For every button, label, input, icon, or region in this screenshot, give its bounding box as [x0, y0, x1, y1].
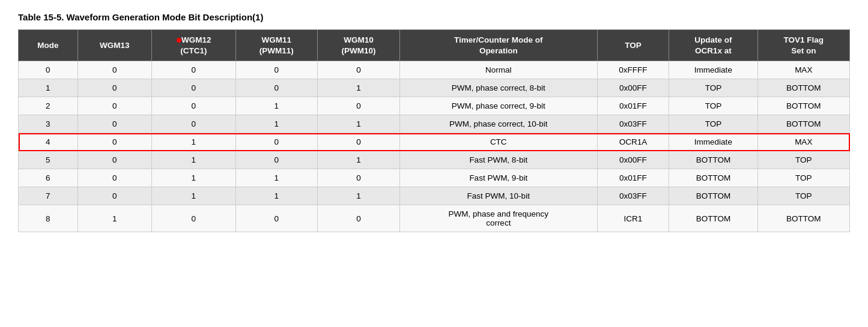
cell-wgm13: 0: [77, 133, 152, 151]
cell-tov: TOP: [757, 187, 849, 205]
cell-top: OCR1A: [597, 133, 669, 151]
cell-wgm10: 1: [318, 187, 400, 205]
cell-wgm10: 0: [318, 133, 400, 151]
table-row: 20010PWM, phase correct, 9-bit0x01FFTOPB…: [19, 97, 850, 115]
cell-tov: TOP: [757, 151, 849, 169]
cell-mode: 6: [19, 169, 78, 187]
cell-wgm10: 1: [318, 151, 400, 169]
cell-wgm10: 0: [318, 205, 400, 232]
cell-wgm12: 0: [152, 61, 235, 79]
page-title: Table 15-5. Waveform Generation Mode Bit…: [18, 12, 850, 22]
col-tov: TOV1 FlagSet on: [757, 30, 849, 61]
cursor-dot: [177, 38, 181, 43]
cell-mode: 7: [19, 187, 78, 205]
cell-top: ICR1: [597, 205, 669, 232]
cell-wgm13: 0: [77, 115, 152, 133]
cell-top: 0x00FF: [597, 79, 669, 97]
cell-wgm12: 0: [152, 97, 235, 115]
cell-operation: CTC: [399, 133, 597, 151]
cell-update: TOP: [669, 115, 757, 133]
cell-update: Immediate: [669, 61, 757, 79]
cell-operation: PWM, phase and frequencycorrect: [399, 205, 597, 232]
cell-top: 0x03FF: [597, 115, 669, 133]
cell-operation: PWM, phase correct, 9-bit: [399, 97, 597, 115]
cell-top: 0xFFFF: [597, 61, 669, 79]
cell-wgm12: 0: [152, 79, 235, 97]
cell-operation: Fast PWM, 8-bit: [399, 151, 597, 169]
cell-update: BOTTOM: [669, 151, 757, 169]
cell-update: TOP: [669, 79, 757, 97]
cell-wgm11: 0: [235, 61, 318, 79]
cell-operation: PWM, phase correct, 8-bit: [399, 79, 597, 97]
table-row: 70111Fast PWM, 10-bit0x03FFBOTTOMTOP: [19, 187, 850, 205]
waveform-table: Mode WGM13 WGM12(CTC1) WGM11(PWM11) WGM1…: [18, 29, 850, 232]
cell-mode: 3: [19, 115, 78, 133]
cell-wgm12: 0: [152, 205, 235, 232]
cell-update: TOP: [669, 97, 757, 115]
cell-top: 0x03FF: [597, 187, 669, 205]
cell-wgm11: 0: [235, 151, 318, 169]
cell-mode: 5: [19, 151, 78, 169]
cell-wgm11: 1: [235, 97, 318, 115]
cell-operation: Fast PWM, 10-bit: [399, 187, 597, 205]
cell-operation: PWM, phase correct, 10-bit: [399, 115, 597, 133]
col-operation: Timer/Counter Mode ofOperation: [399, 30, 597, 61]
cell-update: Immediate: [669, 133, 757, 151]
cell-wgm10: 0: [318, 61, 400, 79]
cell-wgm11: 1: [235, 115, 318, 133]
cell-wgm13: 1: [77, 205, 152, 232]
cell-tov: BOTTOM: [757, 97, 849, 115]
table-row: 50101Fast PWM, 8-bit0x00FFBOTTOMTOP: [19, 151, 850, 169]
cell-operation: Normal: [399, 61, 597, 79]
cell-wgm12: 0: [152, 115, 235, 133]
cell-update: BOTTOM: [669, 187, 757, 205]
cell-wgm13: 0: [77, 187, 152, 205]
table-row: 40100CTCOCR1AImmediateMAX: [19, 133, 850, 151]
cell-wgm10: 1: [318, 79, 400, 97]
col-wgm11: WGM11(PWM11): [235, 30, 318, 61]
col-wgm12: WGM12(CTC1): [152, 30, 235, 61]
cell-wgm11: 1: [235, 187, 318, 205]
cell-tov: BOTTOM: [757, 115, 849, 133]
cell-wgm10: 1: [318, 115, 400, 133]
cell-wgm13: 0: [77, 151, 152, 169]
cell-wgm13: 0: [77, 97, 152, 115]
table-row: 60110Fast PWM, 9-bit0x01FFBOTTOMTOP: [19, 169, 850, 187]
cell-wgm11: 1: [235, 169, 318, 187]
cell-wgm11: 0: [235, 133, 318, 151]
cell-wgm12: 1: [152, 133, 235, 151]
cell-operation: Fast PWM, 9-bit: [399, 169, 597, 187]
cell-wgm13: 0: [77, 79, 152, 97]
cell-mode: 4: [19, 133, 78, 151]
table-row: 30011PWM, phase correct, 10-bit0x03FFTOP…: [19, 115, 850, 133]
table-row: 00000Normal0xFFFFImmediateMAX: [19, 61, 850, 79]
cell-tov: TOP: [757, 169, 849, 187]
cell-mode: 1: [19, 79, 78, 97]
col-top: TOP: [597, 30, 669, 61]
cell-tov: BOTTOM: [757, 79, 849, 97]
cell-mode: 0: [19, 61, 78, 79]
cell-top: 0x01FF: [597, 97, 669, 115]
cell-wgm11: 0: [235, 79, 318, 97]
cell-tov: MAX: [757, 61, 849, 79]
col-wgm10: WGM10(PWM10): [318, 30, 400, 61]
cell-mode: 8: [19, 205, 78, 232]
table-header-row: Mode WGM13 WGM12(CTC1) WGM11(PWM11) WGM1…: [19, 30, 850, 61]
table-row: 10001PWM, phase correct, 8-bit0x00FFTOPB…: [19, 79, 850, 97]
cell-wgm10: 0: [318, 97, 400, 115]
col-wgm13: WGM13: [77, 30, 152, 61]
table-row: 81000PWM, phase and frequencycorrectICR1…: [19, 205, 850, 232]
cell-mode: 2: [19, 97, 78, 115]
cell-tov: BOTTOM: [757, 205, 849, 232]
col-update: Update ofOCR1x at: [669, 30, 757, 61]
cell-wgm12: 1: [152, 187, 235, 205]
col-mode: Mode: [19, 30, 78, 61]
cell-wgm12: 1: [152, 151, 235, 169]
cell-update: BOTTOM: [669, 169, 757, 187]
cell-top: 0x01FF: [597, 169, 669, 187]
cell-wgm12: 1: [152, 169, 235, 187]
cell-update: BOTTOM: [669, 205, 757, 232]
cell-wgm10: 0: [318, 169, 400, 187]
cell-tov: MAX: [757, 133, 849, 151]
cell-top: 0x00FF: [597, 151, 669, 169]
